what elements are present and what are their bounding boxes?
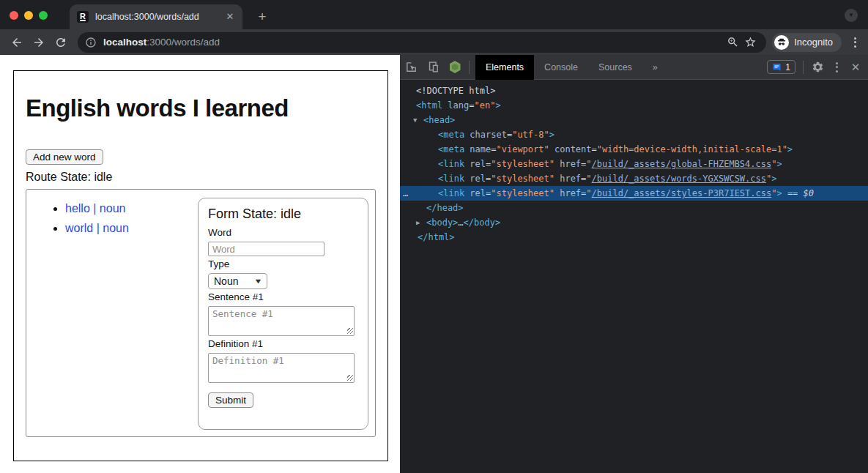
route-state-text: Route State: idle	[26, 171, 376, 184]
reload-icon	[54, 36, 67, 49]
definition-label: Definition #1	[208, 338, 358, 349]
window-controls	[10, 11, 48, 20]
devtools-code: <!DOCTYPE html><html lang="en">▼<head><m…	[400, 80, 868, 473]
definition-textarea[interactable]	[208, 353, 355, 383]
incognito-label: Incognito	[794, 37, 833, 48]
browser-tab[interactable]: R localhost:3000/words/add ✕	[70, 4, 242, 29]
form-state-text: Form State: idle	[208, 206, 358, 222]
word-link[interactable]: world | noun	[65, 222, 129, 234]
devtools-code-line[interactable]: <html lang="en">	[400, 98, 868, 113]
forward-arrow-icon	[32, 36, 45, 49]
fullscreen-window-button[interactable]	[39, 11, 48, 20]
expand-arrow-icon[interactable]: ▼	[413, 113, 417, 127]
issues-counter[interactable]: 1	[767, 60, 795, 74]
bookmark-star-icon[interactable]	[741, 34, 759, 51]
devtools-code-line[interactable]: </head>	[400, 201, 868, 215]
back-button[interactable]	[6, 32, 28, 53]
word-link[interactable]: hello | noun	[65, 202, 125, 215]
type-select-value: Noun	[214, 275, 238, 287]
close-window-button[interactable]	[10, 11, 18, 20]
minimize-window-button[interactable]	[24, 11, 33, 20]
browser-window: R localhost:3000/words/add ✕ + ▼ localho…	[0, 0, 868, 473]
new-tab-button[interactable]: +	[253, 7, 272, 26]
devtools-tab-sources[interactable]: Sources	[588, 55, 642, 80]
browser-menu-icon[interactable]	[847, 34, 862, 51]
devtools-panel: ElementsConsoleSources» 1 ✕ <!DOCTYPE ht…	[400, 55, 868, 473]
more-actions-icon[interactable]: …	[403, 186, 409, 201]
address-bar[interactable]: localhost:3000/words/add	[78, 32, 766, 53]
type-label: Type	[208, 258, 358, 269]
page-container: English words I learned Add new word Rou…	[13, 70, 388, 461]
web-page: English words I learned Add new word Rou…	[0, 55, 400, 473]
type-select[interactable]: Noun ▼	[208, 273, 267, 289]
devtools-tabs: ElementsConsoleSources»	[475, 55, 668, 80]
browser-toolbar: localhost:3000/words/add Incognito	[0, 29, 868, 55]
zoom-icon[interactable]	[724, 34, 741, 51]
tab-title: localhost:3000/words/add	[95, 12, 223, 22]
words-panel: hello | nounworld | noun Form State: idl…	[26, 189, 376, 437]
devtools-tab-more[interactable]: »	[642, 55, 668, 80]
devtools-tab-elements[interactable]: Elements	[475, 55, 534, 80]
issues-bubble-icon	[772, 63, 782, 72]
inspect-element-icon[interactable]	[400, 55, 422, 80]
forward-button[interactable]	[28, 32, 50, 53]
devtools-code-line[interactable]: ▶<body>…</body>	[400, 215, 868, 230]
sentence-textarea[interactable]	[208, 306, 355, 336]
devtools-code-line[interactable]: ▼<head>	[400, 113, 868, 127]
resize-handle-icon[interactable]	[347, 328, 353, 334]
reload-button[interactable]	[50, 32, 72, 53]
incognito-badge: Incognito	[772, 33, 842, 52]
devtools-code-line[interactable]: …<link rel="stylesheet" href="/build/_as…	[400, 186, 868, 201]
tab-close-icon[interactable]: ✕	[223, 10, 237, 23]
settings-gear-icon[interactable]	[806, 55, 828, 80]
device-toolbar-icon[interactable]	[422, 55, 444, 80]
devtools-code-line[interactable]: <!DOCTYPE html>	[400, 83, 868, 98]
extension-hexagon-icon[interactable]	[444, 55, 466, 80]
submit-button[interactable]: Submit	[208, 392, 253, 408]
devtools-code-line[interactable]: </html>	[400, 230, 868, 245]
word-input[interactable]	[208, 242, 324, 256]
page-info-icon[interactable]	[85, 37, 97, 48]
issues-count: 1	[785, 62, 790, 72]
remix-favicon-icon: R	[77, 11, 89, 23]
page-title: English words I learned	[26, 94, 376, 122]
devtools-toolbar: ElementsConsoleSources» 1 ✕	[400, 55, 868, 80]
devtools-menu-icon[interactable]	[828, 62, 845, 72]
url-text: localhost:3000/words/add	[103, 37, 220, 48]
divider	[469, 61, 470, 74]
url-host: localhost	[103, 37, 146, 48]
back-arrow-icon	[10, 36, 23, 49]
devtools-code-line[interactable]: <meta name="viewport" content="width=dev…	[400, 142, 868, 157]
chevron-down-icon: ▼	[253, 278, 262, 285]
sentence-label: Sentence #1	[208, 291, 358, 302]
expand-arrow-icon[interactable]: ▶	[416, 215, 420, 230]
devtools-code-line[interactable]: <link rel="stylesheet" href="/build/_ass…	[400, 157, 868, 171]
devtools-close-icon[interactable]: ✕	[845, 55, 867, 80]
devtools-tab-console[interactable]: Console	[534, 55, 588, 80]
divider	[803, 61, 804, 74]
add-new-word-button[interactable]: Add new word	[26, 149, 103, 165]
devtools-code-line[interactable]: <meta charset="utf-8">	[400, 127, 868, 142]
incognito-icon	[774, 35, 789, 50]
devtools-code-line[interactable]: <link rel="stylesheet" href="/build/_ass…	[400, 171, 868, 186]
search-tabs-icon[interactable]: ▼	[845, 9, 858, 22]
word-label: Word	[208, 227, 358, 238]
add-word-form: Form State: idle Word Type Noun ▼ Senten…	[198, 198, 368, 430]
resize-handle-icon[interactable]	[347, 375, 353, 381]
url-path: :3000/words/add	[146, 37, 220, 48]
tab-strip: R localhost:3000/words/add ✕ + ▼	[0, 0, 868, 29]
